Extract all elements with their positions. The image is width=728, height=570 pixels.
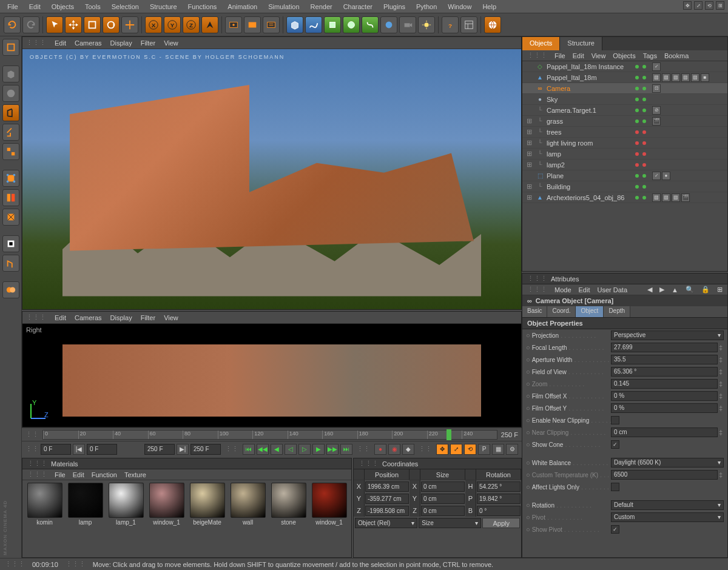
add-deformer[interactable] (362, 16, 379, 33)
coord-pos-field[interactable]: 1996.39 cm (365, 481, 409, 492)
menu-structure[interactable]: Structure (145, 1, 182, 12)
attr-search-icon[interactable]: 🔍 (686, 286, 694, 293)
object-row[interactable]: ⊞└light living room (522, 138, 727, 149)
object-tag[interactable]: ▨ (681, 73, 690, 82)
keyframe-sel[interactable]: ◆ (402, 444, 414, 455)
key-param[interactable]: P (478, 444, 490, 455)
key-scale[interactable]: ⤢ (450, 444, 462, 455)
attr-dropdown[interactable]: Custom (611, 512, 724, 522)
attr-checkbox[interactable]: ✓ (611, 440, 619, 449)
object-tag[interactable]: ▨ (652, 193, 661, 202)
object-axis-mode[interactable] (2, 104, 19, 121)
obj-menu-view[interactable]: View (592, 52, 606, 59)
object-tag[interactable]: ⊡ (652, 84, 661, 93)
expand-icon[interactable]: ⊞ (525, 193, 533, 201)
add-light[interactable] (418, 16, 435, 33)
key-pla[interactable]: ▦ (492, 444, 504, 455)
visibility-dots[interactable] (632, 163, 650, 167)
mat-menu-file[interactable]: File (55, 471, 66, 478)
z-axis-lock[interactable]: Z (183, 16, 200, 33)
viewport-render-area[interactable]: OBJECTS (C) BY EVERMOTION S.C - SCENE BY… (22, 49, 521, 309)
coord-size-field[interactable]: 0 cm (421, 506, 465, 516)
coord-size-field[interactable]: 0 cm (421, 494, 465, 504)
play-next-key[interactable]: ▶▶ (326, 444, 339, 455)
attr-nav-up[interactable]: ▲ (672, 286, 678, 293)
object-row[interactable]: ●Sky (522, 94, 727, 105)
layout-button[interactable] (460, 16, 477, 33)
render-settings[interactable] (263, 16, 280, 33)
play-next[interactable]: ▶ (312, 444, 325, 455)
object-row[interactable]: ⬚Plane✓● (522, 170, 727, 181)
obj-menu-edit[interactable]: Edit (573, 52, 584, 59)
add-cube[interactable] (286, 16, 303, 33)
help-button[interactable]: ? (442, 16, 459, 33)
object-row[interactable]: ⊞└grass🎬 (522, 116, 727, 127)
timeline-marker[interactable] (447, 429, 451, 440)
record-button[interactable]: ● (374, 444, 386, 455)
object-tag[interactable]: 🎬 (681, 193, 690, 202)
perspective-viewport[interactable]: ⋮⋮⋮ Edit Cameras Display Filter View ✥ ⤢… (22, 36, 522, 310)
material-item[interactable]: lamp_1 (106, 483, 146, 555)
visibility-dots[interactable] (632, 76, 650, 79)
attr-tab-basic[interactable]: Basic (522, 306, 547, 317)
material-item[interactable]: window_1 (309, 483, 349, 555)
object-row[interactable]: ◇Pappel_Ital_18m Instance✓ (522, 61, 727, 72)
rotate-tool[interactable] (103, 16, 120, 33)
tweak-mode[interactable] (2, 235, 19, 252)
attr-field[interactable]: 0 cm (611, 428, 718, 437)
attr-field[interactable]: 6500 (611, 470, 718, 480)
object-tag[interactable]: ▨ (662, 73, 670, 82)
add-nurbs[interactable] (324, 16, 341, 33)
expand-icon[interactable]: ⊞ (525, 161, 533, 169)
visibility-dots[interactable] (632, 196, 650, 200)
object-tag[interactable]: 🎬 (652, 117, 661, 126)
visibility-dots[interactable] (632, 119, 650, 123)
object-row[interactable]: └Camera.Target.1⊘ (522, 105, 727, 116)
vp-menu-view[interactable]: View (164, 39, 178, 47)
redo-button[interactable] (22, 16, 39, 33)
vp2-menu-display[interactable]: Display (110, 314, 132, 321)
menu-file[interactable]: File (2, 1, 23, 12)
vp2-menu-filter[interactable]: Filter (141, 314, 155, 321)
material-item[interactable]: beigeMate (187, 483, 227, 555)
object-tag[interactable]: ■ (701, 73, 709, 82)
material-item[interactable]: lamp (66, 483, 105, 555)
visibility-dots[interactable] (632, 98, 650, 101)
vp-menu-cameras[interactable]: Cameras (75, 39, 102, 47)
vp-menu-filter[interactable]: Filter (141, 39, 155, 47)
scale-tool[interactable] (84, 16, 101, 33)
attr-lock-icon[interactable]: 🔒 (701, 286, 710, 293)
vp2-menu-view[interactable]: View (164, 314, 178, 321)
attr-dropdown[interactable]: Daylight (6500 K) (611, 458, 724, 468)
visibility-dots[interactable] (632, 141, 650, 145)
obj-menu-file[interactable]: File (554, 52, 565, 59)
menu-python[interactable]: Python (411, 1, 442, 12)
uv-mode[interactable] (2, 189, 19, 206)
play-first[interactable]: ⏮ (243, 444, 255, 455)
object-row[interactable]: ⊞└lamp2 (522, 159, 727, 170)
attr-field[interactable]: 0 % (611, 391, 718, 401)
frame-total-field[interactable]: 250 F (190, 444, 221, 455)
frame-current-field[interactable]: 0 F (87, 444, 117, 455)
attr-menu-edit[interactable]: Edit (579, 286, 590, 293)
vp2-menu-cameras[interactable]: Cameras (75, 314, 102, 321)
object-tag[interactable]: ✓ (652, 62, 661, 71)
menu-functions[interactable]: Functions (183, 1, 222, 12)
coord-pos-field[interactable]: -359.277 cm (365, 494, 409, 504)
coord-rot-field[interactable]: 54.225 ° (477, 481, 521, 492)
polygon-mode[interactable] (2, 170, 19, 187)
attr-field[interactable]: 0.145 (611, 379, 718, 389)
add-spline[interactable] (305, 16, 322, 33)
attr-field[interactable]: 35.5 (611, 355, 718, 364)
menu-simulation[interactable]: Simulation (263, 1, 304, 12)
edge-mode[interactable] (2, 143, 19, 160)
play-reverse[interactable]: ◁ (285, 444, 297, 455)
goto-end[interactable]: ▶| (177, 444, 189, 455)
visibility-dots[interactable] (632, 87, 650, 90)
menu-window[interactable]: Window (443, 1, 476, 12)
key-rot[interactable]: ⟲ (464, 444, 476, 455)
object-row[interactable]: ∞Camera⊡ (522, 83, 727, 94)
y-axis-lock[interactable]: Y (164, 16, 181, 33)
expand-icon[interactable]: ⊞ (525, 183, 533, 190)
workplane-mode[interactable] (2, 281, 19, 298)
